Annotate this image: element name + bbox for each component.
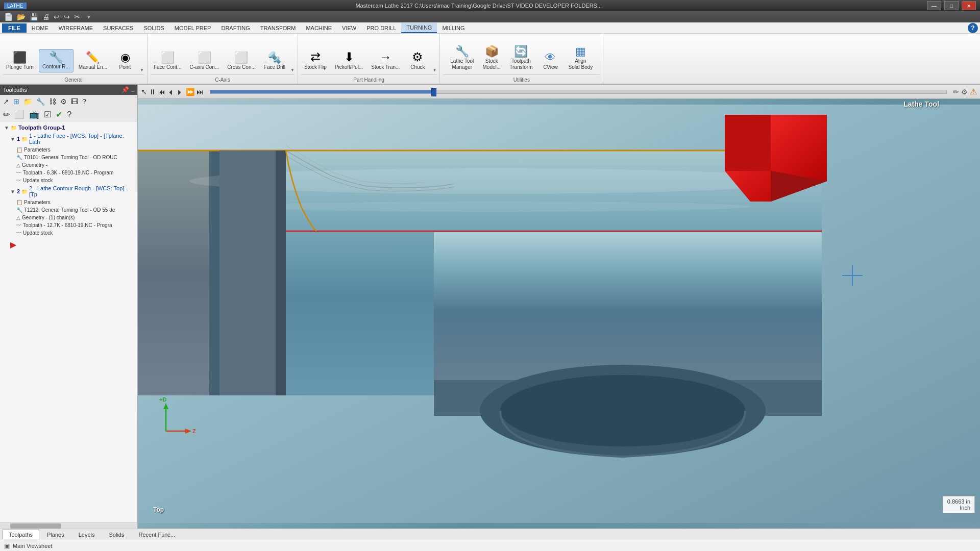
tab-planes[interactable]: Planes [40, 530, 71, 539]
qa-print-icon[interactable]: 🖨 [41, 13, 51, 21]
tp-tool-icon[interactable]: 🔧 [35, 96, 46, 107]
vp-step-forward-icon[interactable]: ⏵ [177, 88, 184, 96]
cview-button[interactable]: 👁 CView [537, 50, 563, 72]
tp-cam-icon[interactable]: 🎞 [69, 96, 80, 107]
menu-machine[interactable]: MACHINE [301, 23, 337, 33]
qa-more-icon[interactable]: ▼ [86, 14, 91, 20]
menu-wireframe[interactable]: WIREFRAME [54, 23, 98, 33]
vp-settings-icon[interactable]: ⚙ [961, 88, 968, 96]
align-solid-body-button[interactable]: ▦ AlignSolid Body [565, 44, 596, 72]
qa-cut-icon[interactable]: ✂ [73, 13, 81, 21]
tab-solids[interactable]: Solids [103, 530, 131, 539]
tab-levels[interactable]: Levels [72, 530, 102, 539]
face-drill-button[interactable]: 🔩 Face Drill [261, 50, 288, 72]
tree-op2-params[interactable]: 📋 Parameters [2, 198, 135, 206]
timeline-slider[interactable] [210, 90, 947, 94]
bp-question-icon[interactable]: ? [65, 109, 73, 120]
bp-verify-icon[interactable]: ☑ [42, 109, 53, 120]
stock-transfer-icon: → [379, 51, 391, 63]
menu-transform[interactable]: TRANSFORM [255, 23, 301, 33]
tree-op1-geometry[interactable]: △ Geometry - [2, 161, 135, 169]
menu-view[interactable]: VIEW [337, 23, 361, 33]
stock-model-button[interactable]: 📦 StockModel... [479, 44, 504, 72]
vp-rewind-icon[interactable]: ⏮ [158, 88, 165, 96]
close-button[interactable]: ✕ [962, 1, 976, 10]
tree-op1-stock[interactable]: 〰 Update stock [2, 177, 135, 184]
lathe-tool-manager-button[interactable]: 🔧 Lathe ToolManager [447, 44, 477, 72]
tree-op2-geometry[interactable]: △ Geometry - (1) chain(s) [2, 214, 135, 221]
tp-select-icon[interactable]: ↗ [2, 96, 11, 107]
tree-op1-toolpath[interactable]: 〰 Toolpath - 6.3K - 6810-19.NC - Program [2, 169, 135, 177]
bp-display-icon[interactable]: 📺 [28, 109, 41, 120]
menu-model-prep[interactable]: MODEL PREP [169, 23, 216, 33]
stock-transfer-button[interactable]: → Stock Tran... [368, 49, 403, 72]
menu-file[interactable]: FILE [2, 23, 27, 33]
tree-root[interactable]: ▼ 📁 Toolpath Group-1 [2, 123, 135, 132]
vp-end-icon[interactable]: ⏭ [197, 88, 204, 96]
pickoff-button[interactable]: ⬇ Pickoff/Pul... [332, 49, 366, 72]
contour-rough-button[interactable]: 🔧 Contour R... [39, 49, 74, 72]
tree-op2-tool[interactable]: 🔧 T1212: General Turning Tool - OD 55 de [2, 206, 135, 214]
chuck-button[interactable]: ⚙ Chuck [405, 49, 430, 72]
menu-pro-drill[interactable]: PRO DRILL [361, 23, 401, 33]
viewsheet-label: Main Viewsheet [13, 543, 52, 549]
face-contour-button[interactable]: ⬜ Face Cont... [151, 50, 184, 72]
timeline-handle[interactable] [431, 88, 436, 96]
qa-redo-icon[interactable]: ↪ [63, 13, 71, 21]
tp-help-icon[interactable]: ? [81, 96, 88, 107]
panel-min-icon[interactable]: _ [131, 86, 134, 93]
qa-undo-icon[interactable]: ↩ [53, 13, 61, 21]
qa-new-icon[interactable]: 📄 [3, 13, 14, 21]
toolpath-transform-button[interactable]: 🔄 ToolpathTransform [506, 44, 535, 72]
tree-op1[interactable]: ▼ 1 📁 1 - Lathe Face - [WCS: Top] - [Tpl… [2, 132, 135, 146]
menu-milling[interactable]: MILLING [437, 23, 470, 33]
tree-scrollbar[interactable] [0, 522, 137, 529]
panel-pin-icon[interactable]: 📌 [121, 86, 129, 93]
caxis-contour-button[interactable]: ⬜ C-axis Con... [186, 50, 222, 72]
maximize-button[interactable]: □ [944, 1, 959, 10]
tree-op1-params[interactable]: 📋 Parameters [2, 146, 135, 154]
tab-toolpaths[interactable]: Toolpaths [2, 530, 39, 539]
tree-op1-stock-label: Update stock [23, 178, 53, 183]
menu-turning[interactable]: TURNING [401, 23, 437, 33]
cross-contour-button[interactable]: ⬜ Cross Con... [224, 50, 259, 72]
chuck-label: Chuck [410, 64, 425, 70]
bp-erase-icon[interactable]: ⬜ [13, 109, 26, 120]
vp-select-icon[interactable]: ↖ [141, 88, 147, 96]
manual-entry-button[interactable]: ✏️ Manual En... [76, 50, 110, 72]
qa-save-icon[interactable]: 💾 [29, 13, 39, 21]
lathe-tool-manager-icon: 🔧 [455, 46, 469, 57]
viewport[interactable]: ↖ ⏸ ⏮ ⏴ ⏵ ⏩ ⏭ ✏ ⚙ ⚠ [138, 85, 980, 529]
vp-pause-icon[interactable]: ⏸ [149, 88, 156, 96]
tp-chain-icon[interactable]: ⛓ [47, 96, 58, 107]
menu-surfaces[interactable]: SURFACES [98, 23, 138, 33]
menu-solids[interactable]: SOLIDS [138, 23, 169, 33]
tp-param-icon[interactable]: ⚙ [59, 96, 68, 107]
tree-scrollbar-thumb[interactable] [10, 523, 61, 529]
general-dropdown-icon[interactable]: ▼ [140, 68, 144, 72]
point-button[interactable]: ◉ Point [112, 50, 138, 72]
bp-highlight-icon[interactable]: ✏ [2, 109, 11, 120]
part-handling-dropdown-icon[interactable]: ▼ [432, 68, 436, 72]
help-icon[interactable]: ? [968, 23, 978, 33]
tab-recent-func[interactable]: Recent Func... [132, 530, 182, 539]
minimize-button[interactable]: — [927, 1, 941, 10]
qa-open-icon[interactable]: 📂 [16, 13, 27, 21]
tree-op2-toolpath[interactable]: 〰 Toolpath - 12.7K - 6810-19.NC - Progra [2, 221, 135, 229]
stock-flip-button[interactable]: ⇄ Stock Flip [301, 49, 330, 72]
caxis-dropdown-icon[interactable]: ▼ [290, 68, 295, 72]
tree-op2[interactable]: ▼ 2 📁 2 - Lathe Contour Rough - [WCS: To… [2, 184, 135, 198]
tree-op2-stock[interactable]: 〰 Update stock [2, 229, 135, 237]
plunge-turn-button[interactable]: ⬛ Plunge Turn [3, 50, 37, 72]
bp-check-icon[interactable]: ✔ [54, 109, 64, 120]
tree-op1-tool[interactable]: 🔧 T0101: General Turning Tool - OD ROUC [2, 154, 135, 161]
tp-folder-icon[interactable]: 📁 [22, 96, 34, 107]
vp-step-back-icon[interactable]: ⏴ [167, 88, 175, 96]
vp-forward-icon[interactable]: ⏩ [186, 88, 194, 96]
menu-drafting[interactable]: DRAFTING [216, 23, 255, 33]
tp-group-icon[interactable]: ⊞ [12, 96, 21, 107]
menu-home[interactable]: HOME [27, 23, 54, 33]
vp-eraser-icon[interactable]: ✏ [953, 88, 959, 96]
bottom-tabs-bar: Toolpaths Planes Levels Solids Recent Fu… [0, 529, 980, 540]
ribbon-section-caxis: ⬜ Face Cont... ⬜ C-axis Con... ⬜ Cross C… [148, 34, 298, 84]
